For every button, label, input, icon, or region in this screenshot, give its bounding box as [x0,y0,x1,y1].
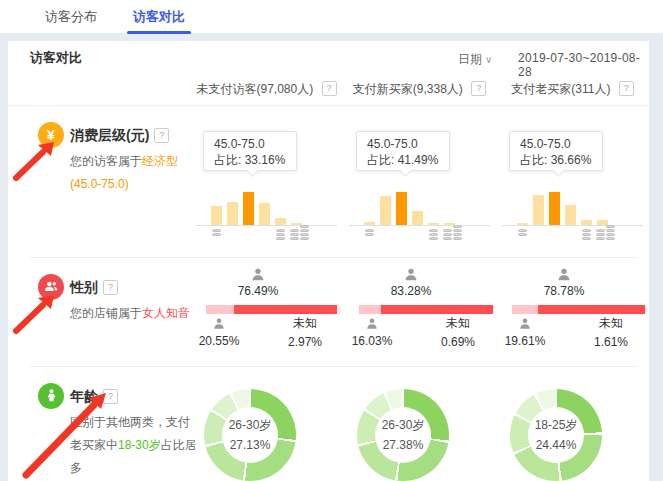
column-header-new-buyers: 支付新买家(9,338人) ? [343,81,496,98]
column-header-unpaid-visitors: 未支付访客(97,080人) ? [190,81,343,98]
row-gender: 性别? 您的店铺属于女人知音 76.49% 20.55% 未知 2.97% 83… [8,258,649,366]
female-icon [556,267,572,283]
price-level-axis-icons [190,229,343,247]
female-percentage: 83.28% [361,284,461,298]
male-percentage: 19.61% [494,334,556,348]
bar[interactable] [211,206,222,225]
male-percentage: 16.03% [341,334,403,348]
donut-center-label: 26-30岁 27.38% [375,407,431,463]
bar[interactable] [533,195,544,225]
coin-stack-icon [276,229,285,240]
coin-stack-icon [290,229,299,240]
age-title: 年龄 [70,388,98,404]
highlighted-bar[interactable] [549,192,560,225]
tab-visitor-distribution[interactable]: 访客分布 [45,0,97,34]
coin-stack-icon [596,229,605,240]
male-icon [518,317,532,331]
panel-title: 访客对比 [30,49,82,67]
age-chart-new-buyers: 26-30岁 27.38% [343,367,496,481]
bar[interactable] [412,211,423,225]
gender-chart-new-buyers: 83.28% 16.03% 未知 0.69% [343,258,496,366]
coin-stack-icon [606,225,615,240]
consumption-desc: 您的访客属于经济型(45.0-75.0) [70,150,200,196]
coin-stack-icon [300,225,309,240]
yen-icon: ¥ [38,122,64,148]
help-icon[interactable]: ? [103,280,118,295]
people-icon [38,274,64,300]
price-level-axis-icons [496,229,649,247]
male-percentage: 20.55% [188,334,250,348]
coin-icon [212,229,221,236]
age-donut-chart[interactable]: 18-25岁 24.44% [510,389,602,481]
date-filter-dropdown[interactable]: 日期∨ [458,51,492,68]
male-segment [206,305,234,314]
unknown-percentage: 未知 2.97% [275,314,335,352]
female-icon [403,267,419,283]
chevron-down-icon: ∨ [485,54,492,65]
female-percentage: 78.78% [514,284,614,298]
chart-tooltip: 45.0-75.0 占比: 33.16% [203,131,297,171]
page: 访客分布 访客对比 访客对比 日期∨ 2019-07-30~2019-08-28… [0,0,663,481]
age-donut-chart[interactable]: 26-30岁 27.13% [204,389,296,481]
coin-icon [365,229,374,236]
female-segment [234,305,337,314]
male-segment [512,305,538,314]
gender-label-block: 性别? 您的店铺属于女人知音 [30,258,190,366]
coin-stack-icon [443,229,452,240]
gender-chart-unpaid: 76.49% 20.55% 未知 2.97% [190,258,343,366]
help-icon[interactable]: ? [471,81,486,96]
bar[interactable] [565,205,576,225]
gender-ratio-bar[interactable] [512,305,647,314]
chart-tooltip: 45.0-75.0 占比: 36.66% [509,131,603,171]
bar[interactable] [227,202,238,225]
unknown-percentage: 未知 0.69% [428,314,488,352]
age-label-block: 年龄? 区别于其他两类，支付老买家中18-30岁占比居多 [30,367,190,481]
female-icon [250,267,266,283]
consumption-label-block: ¥ 消费层级(元)? 您的访客属于经济型(45.0-75.0) [30,106,190,257]
consumption-chart-repeat-buyers: 45.0-75.0 占比: 36.66% [496,106,649,257]
bar[interactable] [275,218,286,225]
date-range-value[interactable]: 2019-07-30~2019-08-28 [518,51,649,79]
age-chart-unpaid: 26-30岁 27.13% [190,367,343,481]
coin-icon [518,229,527,236]
coin-stack-icon [429,229,438,240]
bar[interactable] [259,203,270,225]
male-icon [365,317,379,331]
x-axis [502,225,643,226]
highlighted-bar[interactable] [243,192,254,225]
help-icon[interactable]: ? [103,389,118,404]
female-percentage: 76.49% [208,284,308,298]
tabbar: 访客分布 访客对比 [0,0,663,34]
gender-ratio-bar[interactable] [359,305,494,314]
coin-stack-icon [453,225,462,240]
gender-desc: 您的店铺属于女人知音 [70,302,200,325]
male-icon [212,317,226,331]
person-icon [38,383,64,409]
unknown-segment [337,305,341,314]
consumption-title: 消费层级(元) [70,127,149,143]
consumption-chart-unpaid: 45.0-75.0 占比: 33.16% [190,106,343,257]
gender-chart-repeat-buyers: 78.78% 19.61% 未知 1.61% [496,258,649,366]
help-icon[interactable]: ? [322,81,337,96]
age-donut-chart[interactable]: 26-30岁 27.38% [357,389,449,481]
gender-ratio-bar[interactable] [206,305,341,314]
bar[interactable] [380,196,391,225]
female-segment [538,305,644,314]
unknown-segment [493,305,494,314]
female-segment [381,305,493,314]
donut-center-label: 26-30岁 27.13% [222,407,278,463]
column-headers: 未支付访客(97,080人) ? 支付新买家(9,338人) ? 支付老买家(3… [190,81,649,98]
tab-visitor-compare[interactable]: 访客对比 [133,0,185,34]
column-header-repeat-buyers: 支付老买家(311人) ? [496,81,649,98]
row-age: 年龄? 区别于其他两类，支付老买家中18-30岁占比居多 26-30岁 27.1… [8,367,649,481]
x-axis [196,225,337,226]
unknown-percentage: 未知 1.61% [581,314,641,352]
date-filter-label: 日期 [458,52,482,66]
consumption-chart-new-buyers: 45.0-75.0 占比: 41.49% [343,106,496,257]
help-icon[interactable]: ? [619,81,634,96]
highlighted-bar[interactable] [396,192,407,225]
row-consumption-level: ¥ 消费层级(元)? 您的访客属于经济型(45.0-75.0) 45.0-75.… [8,106,649,257]
visitor-compare-panel: 访客对比 日期∨ 2019-07-30~2019-08-28 未支付访客(97,… [8,41,649,481]
x-axis [349,225,490,226]
help-icon[interactable]: ? [154,128,169,143]
